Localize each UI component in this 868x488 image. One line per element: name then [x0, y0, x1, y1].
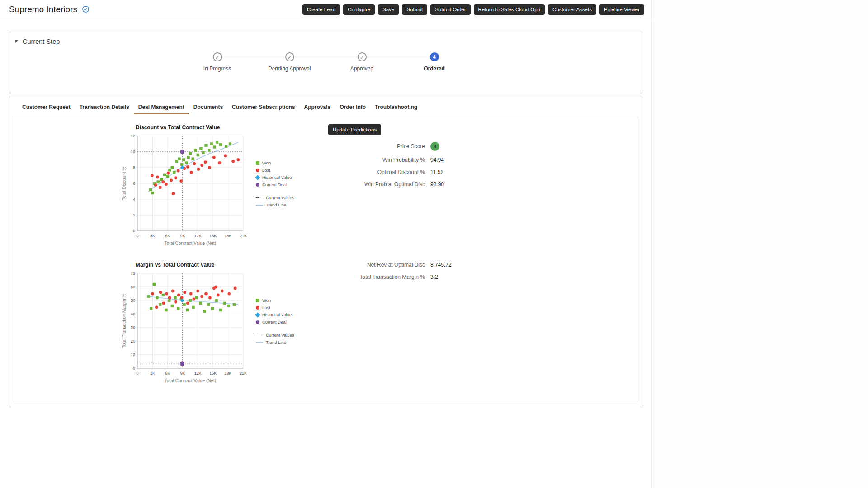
svg-text:20: 20: [131, 339, 135, 343]
svg-text:0: 0: [133, 366, 135, 371]
svg-text:12K: 12K: [194, 234, 202, 238]
discount-scatter-chart: 03K6K9K12K15K18K21K024681012Total Contra…: [121, 132, 250, 250]
step-current-badge: 4: [430, 52, 439, 61]
app-window: Supremo Interiors Create Lead Configure …: [0, 0, 652, 488]
margin-chart-legend: Won Lost Historical Value Current Deal C…: [256, 298, 294, 345]
svg-text:Total Discount %: Total Discount %: [122, 167, 127, 201]
predictions-column: Update Predictions Price Score 8 Win Pro…: [328, 124, 444, 193]
current-deal-marker-icon: [256, 320, 259, 324]
customer-assets-button[interactable]: Customer Assets: [548, 4, 596, 15]
svg-text:Total Transaction Margin %: Total Transaction Margin %: [122, 294, 127, 348]
svg-text:0: 0: [133, 229, 135, 233]
svg-text:6: 6: [133, 181, 135, 186]
svg-text:70: 70: [131, 271, 135, 276]
svg-text:6K: 6K: [165, 234, 170, 238]
svg-text:Total Contract Value (Net): Total Contract Value (Net): [165, 241, 216, 246]
verified-check-icon: [82, 5, 90, 13]
step-pending-approval: Pending Approval: [254, 52, 326, 72]
tab-transaction-details[interactable]: Transaction Details: [75, 100, 134, 114]
tab-troubleshooting[interactable]: Troubleshooting: [370, 100, 422, 114]
price-score-badge: 8: [430, 142, 439, 151]
svg-text:18K: 18K: [225, 234, 232, 238]
stat-total-transaction-margin: Total Transaction Margin % 3.2: [328, 274, 452, 280]
discount-chart-title: Discount vs Total Contract Value: [136, 124, 307, 131]
svg-text:12K: 12K: [194, 371, 202, 375]
svg-text:0: 0: [136, 234, 138, 238]
submit-order-button[interactable]: Submit Order: [430, 4, 470, 15]
deal-management-content: Discount vs Total Contract Value 03K6K9K…: [14, 117, 637, 402]
stat-net-rev-optimal: Net Rev at Optimal Disc 8,745.72: [328, 262, 452, 268]
svg-text:10: 10: [131, 352, 135, 357]
svg-text:50: 50: [131, 298, 135, 303]
historical-value-marker-icon: [255, 312, 260, 317]
svg-text:6K: 6K: [165, 371, 170, 375]
historical-value-marker-icon: [255, 175, 260, 180]
step-done-icon: [285, 52, 294, 61]
stat-optimal-discount: Optimal Discount % 11.53: [328, 169, 444, 175]
current-values-line-icon: [256, 197, 263, 198]
current-values-line-icon: [256, 335, 263, 335]
trend-line-icon: [256, 342, 263, 343]
svg-text:8: 8: [133, 165, 135, 170]
return-sales-cloud-button[interactable]: Return to Sales Cloud Opp: [474, 4, 545, 15]
step-progress-tracker: In Progress Pending Approval Approved 4 …: [181, 52, 471, 93]
won-marker-icon: [256, 299, 259, 302]
won-marker-icon: [256, 161, 259, 165]
tab-customer-subscriptions[interactable]: Customer Subscriptions: [227, 100, 299, 114]
header-actions: Create Lead Configure Save Submit Submit…: [302, 4, 644, 15]
discount-chart-row: Discount vs Total Contract Value 03K6K9K…: [14, 124, 637, 250]
pipeline-viewer-button[interactable]: Pipeline Viewer: [599, 4, 644, 15]
stat-win-probability: Win Probability % 94.94: [328, 157, 444, 163]
svg-text:60: 60: [131, 285, 135, 289]
lost-marker-icon: [256, 306, 259, 310]
update-predictions-button[interactable]: Update Predictions: [328, 124, 381, 135]
lost-marker-icon: [256, 169, 259, 172]
current-step-panel: Current Step In Progress Pending Approva…: [9, 32, 642, 93]
svg-text:Total Contract Value (Net): Total Contract Value (Net): [165, 378, 216, 383]
configure-button[interactable]: Configure: [343, 4, 375, 15]
step-in-progress: In Progress: [181, 52, 254, 72]
page-title: Supremo Interiors: [9, 5, 77, 14]
stat-win-prob-optimal: Win Prob at Optimal Disc 98.90: [328, 181, 444, 188]
margin-chart-title: Margin vs Total Contract Value: [136, 262, 307, 268]
margin-stats-column: Net Rev at Optimal Disc 8,745.72 Total T…: [328, 262, 452, 286]
submit-button[interactable]: Submit: [402, 4, 427, 15]
step-done-icon: [358, 52, 367, 61]
svg-text:21K: 21K: [240, 371, 247, 375]
step-approved: Approved: [326, 52, 398, 72]
svg-text:12: 12: [131, 134, 135, 138]
tab-order-info[interactable]: Order Info: [335, 100, 370, 114]
svg-text:9K: 9K: [180, 234, 185, 238]
discount-chart-legend: Won Lost Historical Value Current Deal C…: [256, 160, 294, 207]
header-bar: Supremo Interiors Create Lead Configure …: [0, 0, 651, 19]
margin-chart-row: Margin vs Total Contract Value 03K6K9K12…: [14, 262, 637, 387]
svg-text:10: 10: [131, 150, 135, 154]
svg-text:21K: 21K: [240, 234, 247, 238]
trend-line-icon: [256, 205, 263, 206]
svg-text:40: 40: [131, 312, 135, 316]
create-lead-button[interactable]: Create Lead: [302, 4, 340, 15]
stat-price-score: Price Score 8: [328, 142, 444, 151]
tab-bar: Customer Request Transaction Details Dea…: [14, 99, 637, 114]
svg-text:0: 0: [136, 371, 138, 375]
collapse-icon[interactable]: [15, 40, 19, 43]
svg-text:4: 4: [133, 197, 135, 202]
svg-text:9K: 9K: [180, 371, 185, 375]
svg-text:18K: 18K: [225, 371, 232, 375]
svg-text:3K: 3K: [150, 234, 155, 238]
tab-documents[interactable]: Documents: [189, 100, 227, 114]
step-done-icon: [213, 52, 222, 61]
current-step-title: Current Step: [23, 38, 60, 45]
tab-approvals[interactable]: Approvals: [299, 100, 335, 114]
margin-chart-block: Margin vs Total Contract Value 03K6K9K12…: [121, 262, 307, 387]
current-deal-marker-icon: [256, 183, 259, 187]
tab-deal-management[interactable]: Deal Management: [134, 100, 189, 114]
svg-text:2: 2: [133, 213, 135, 217]
save-button[interactable]: Save: [378, 4, 399, 15]
discount-chart-block: Discount vs Total Contract Value 03K6K9K…: [121, 124, 307, 250]
tab-customer-request[interactable]: Customer Request: [18, 100, 75, 114]
current-step-header: Current Step: [9, 32, 642, 46]
svg-text:3K: 3K: [150, 371, 155, 375]
main-tab-panel: Customer Request Transaction Details Dea…: [9, 97, 642, 407]
step-ordered: 4 Ordered: [398, 52, 471, 72]
